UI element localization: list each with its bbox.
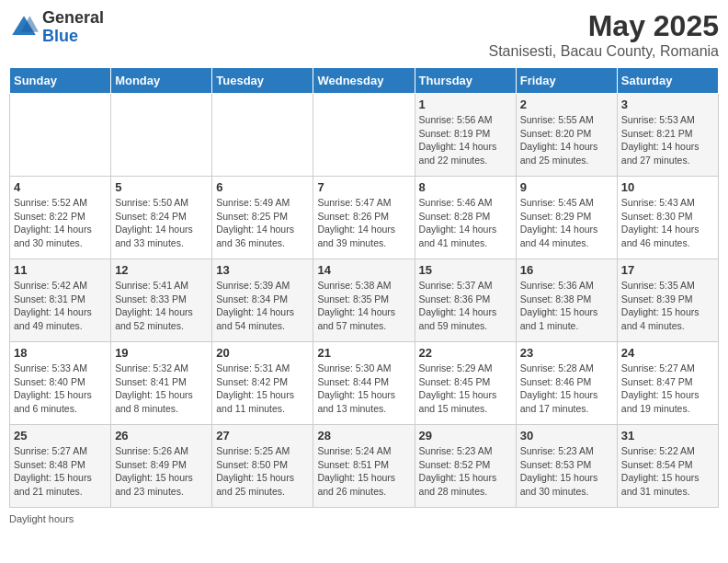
day-number: 16 bbox=[520, 263, 613, 277]
day-number: 20 bbox=[216, 346, 309, 360]
day-info: Sunrise: 5:42 AMSunset: 8:31 PMDaylight:… bbox=[14, 279, 107, 333]
day-number: 10 bbox=[621, 180, 714, 194]
day-number: 19 bbox=[115, 346, 208, 360]
calendar-cell: 12Sunrise: 5:41 AMSunset: 8:33 PMDayligh… bbox=[111, 259, 212, 342]
calendar-cell: 23Sunrise: 5:28 AMSunset: 8:46 PMDayligh… bbox=[516, 342, 617, 425]
day-info: Sunrise: 5:25 AMSunset: 8:50 PMDaylight:… bbox=[216, 444, 309, 499]
day-info: Sunrise: 5:38 AMSunset: 8:35 PMDaylight:… bbox=[317, 279, 410, 333]
day-number: 27 bbox=[216, 429, 309, 442]
day-info: Sunrise: 5:49 AMSunset: 8:25 PMDaylight:… bbox=[216, 196, 309, 250]
calendar-cell: 2Sunrise: 5:55 AMSunset: 8:20 PMDaylight… bbox=[516, 94, 617, 177]
footer-note: Daylight hours bbox=[9, 513, 719, 524]
day-number: 12 bbox=[115, 263, 208, 277]
day-info: Sunrise: 5:43 AMSunset: 8:30 PMDaylight:… bbox=[621, 196, 714, 250]
day-number: 15 bbox=[419, 263, 512, 277]
calendar-title: May 2025 bbox=[489, 9, 720, 43]
calendar-cell: 28Sunrise: 5:24 AMSunset: 8:51 PMDayligh… bbox=[313, 425, 415, 508]
calendar-cell: 29Sunrise: 5:23 AMSunset: 8:52 PMDayligh… bbox=[415, 425, 516, 508]
day-number: 9 bbox=[520, 180, 613, 194]
calendar-cell: 1Sunrise: 5:56 AMSunset: 8:19 PMDaylight… bbox=[415, 94, 516, 177]
calendar-cell bbox=[10, 94, 111, 177]
day-info: Sunrise: 5:41 AMSunset: 8:33 PMDaylight:… bbox=[115, 279, 208, 333]
day-number: 6 bbox=[216, 180, 309, 194]
day-number: 25 bbox=[14, 429, 107, 442]
daylight-note: Daylight hours bbox=[9, 513, 74, 524]
day-info: Sunrise: 5:37 AMSunset: 8:36 PMDaylight:… bbox=[419, 279, 512, 333]
day-info: Sunrise: 5:56 AMSunset: 8:19 PMDaylight:… bbox=[419, 113, 512, 167]
day-number: 31 bbox=[621, 429, 714, 442]
calendar-cell: 31Sunrise: 5:22 AMSunset: 8:54 PMDayligh… bbox=[617, 425, 718, 508]
day-number: 4 bbox=[14, 180, 107, 194]
day-number: 28 bbox=[317, 429, 410, 442]
day-number: 24 bbox=[621, 346, 714, 360]
logo-general-text: General bbox=[42, 9, 104, 28]
logo: General Blue bbox=[9, 9, 104, 46]
calendar-subtitle: Stanisesti, Bacau County, Romania bbox=[489, 43, 720, 60]
calendar-cell: 10Sunrise: 5:43 AMSunset: 8:30 PMDayligh… bbox=[617, 177, 718, 259]
day-number: 11 bbox=[14, 263, 107, 277]
day-info: Sunrise: 5:36 AMSunset: 8:38 PMDaylight:… bbox=[520, 279, 613, 333]
day-number: 29 bbox=[419, 429, 512, 442]
calendar-cell: 16Sunrise: 5:36 AMSunset: 8:38 PMDayligh… bbox=[516, 259, 617, 342]
title-area: May 2025 Stanisesti, Bacau County, Roman… bbox=[489, 9, 720, 60]
calendar-cell bbox=[111, 94, 212, 177]
calendar-cell: 17Sunrise: 5:35 AMSunset: 8:39 PMDayligh… bbox=[617, 259, 718, 342]
calendar-cell: 21Sunrise: 5:30 AMSunset: 8:44 PMDayligh… bbox=[313, 342, 415, 425]
calendar-cell: 25Sunrise: 5:27 AMSunset: 8:48 PMDayligh… bbox=[10, 425, 111, 508]
day-info: Sunrise: 5:27 AMSunset: 8:47 PMDaylight:… bbox=[621, 362, 714, 416]
day-header-friday: Friday bbox=[516, 68, 617, 94]
day-info: Sunrise: 5:45 AMSunset: 8:29 PMDaylight:… bbox=[520, 196, 613, 250]
day-number: 14 bbox=[317, 263, 410, 277]
calendar-cell: 9Sunrise: 5:45 AMSunset: 8:29 PMDaylight… bbox=[516, 177, 617, 259]
calendar-cell: 6Sunrise: 5:49 AMSunset: 8:25 PMDaylight… bbox=[212, 177, 313, 259]
day-info: Sunrise: 5:22 AMSunset: 8:54 PMDaylight:… bbox=[621, 444, 714, 499]
day-info: Sunrise: 5:53 AMSunset: 8:21 PMDaylight:… bbox=[621, 113, 714, 167]
calendar-cell: 24Sunrise: 5:27 AMSunset: 8:47 PMDayligh… bbox=[617, 342, 718, 425]
day-number: 7 bbox=[317, 180, 410, 194]
calendar-cell: 4Sunrise: 5:52 AMSunset: 8:22 PMDaylight… bbox=[10, 177, 111, 259]
calendar-cell: 15Sunrise: 5:37 AMSunset: 8:36 PMDayligh… bbox=[415, 259, 516, 342]
logo-blue-text: Blue bbox=[42, 28, 104, 46]
calendar-body: 1Sunrise: 5:56 AMSunset: 8:19 PMDaylight… bbox=[10, 94, 719, 508]
calendar-cell: 13Sunrise: 5:39 AMSunset: 8:34 PMDayligh… bbox=[212, 259, 313, 342]
day-number: 1 bbox=[419, 98, 512, 111]
day-info: Sunrise: 5:31 AMSunset: 8:42 PMDaylight:… bbox=[216, 362, 309, 416]
day-info: Sunrise: 5:33 AMSunset: 8:40 PMDaylight:… bbox=[14, 362, 107, 416]
day-number: 23 bbox=[520, 346, 613, 360]
day-info: Sunrise: 5:27 AMSunset: 8:48 PMDaylight:… bbox=[14, 444, 107, 499]
calendar-cell: 5Sunrise: 5:50 AMSunset: 8:24 PMDaylight… bbox=[111, 177, 212, 259]
day-info: Sunrise: 5:47 AMSunset: 8:26 PMDaylight:… bbox=[317, 196, 410, 250]
day-number: 2 bbox=[520, 98, 613, 111]
day-number: 13 bbox=[216, 263, 309, 277]
calendar-cell: 27Sunrise: 5:25 AMSunset: 8:50 PMDayligh… bbox=[212, 425, 313, 508]
day-info: Sunrise: 5:55 AMSunset: 8:20 PMDaylight:… bbox=[520, 113, 613, 167]
day-header-saturday: Saturday bbox=[617, 68, 718, 94]
day-header-tuesday: Tuesday bbox=[212, 68, 313, 94]
calendar-cell: 26Sunrise: 5:26 AMSunset: 8:49 PMDayligh… bbox=[111, 425, 212, 508]
logo-text: General Blue bbox=[42, 9, 104, 46]
day-info: Sunrise: 5:28 AMSunset: 8:46 PMDaylight:… bbox=[520, 362, 613, 416]
calendar-week-1: 1Sunrise: 5:56 AMSunset: 8:19 PMDaylight… bbox=[10, 94, 719, 177]
calendar-week-2: 4Sunrise: 5:52 AMSunset: 8:22 PMDaylight… bbox=[10, 177, 719, 259]
day-number: 5 bbox=[115, 180, 208, 194]
calendar-header: SundayMondayTuesdayWednesdayThursdayFrid… bbox=[10, 68, 719, 94]
day-info: Sunrise: 5:23 AMSunset: 8:52 PMDaylight:… bbox=[419, 444, 512, 499]
day-info: Sunrise: 5:29 AMSunset: 8:45 PMDaylight:… bbox=[419, 362, 512, 416]
calendar-cell: 3Sunrise: 5:53 AMSunset: 8:21 PMDaylight… bbox=[617, 94, 718, 177]
calendar-cell: 22Sunrise: 5:29 AMSunset: 8:45 PMDayligh… bbox=[415, 342, 516, 425]
calendar-cell: 18Sunrise: 5:33 AMSunset: 8:40 PMDayligh… bbox=[10, 342, 111, 425]
day-number: 18 bbox=[14, 346, 107, 360]
day-header-monday: Monday bbox=[111, 68, 212, 94]
day-info: Sunrise: 5:30 AMSunset: 8:44 PMDaylight:… bbox=[317, 362, 410, 416]
day-header-row: SundayMondayTuesdayWednesdayThursdayFrid… bbox=[10, 68, 719, 94]
day-info: Sunrise: 5:39 AMSunset: 8:34 PMDaylight:… bbox=[216, 279, 309, 333]
day-number: 26 bbox=[115, 429, 208, 442]
day-info: Sunrise: 5:23 AMSunset: 8:53 PMDaylight:… bbox=[520, 444, 613, 499]
day-info: Sunrise: 5:24 AMSunset: 8:51 PMDaylight:… bbox=[317, 444, 410, 499]
day-header-thursday: Thursday bbox=[415, 68, 516, 94]
calendar-cell bbox=[212, 94, 313, 177]
calendar-cell: 7Sunrise: 5:47 AMSunset: 8:26 PMDaylight… bbox=[313, 177, 415, 259]
page-header: General Blue May 2025 Stanisesti, Bacau … bbox=[9, 9, 719, 60]
calendar-cell: 20Sunrise: 5:31 AMSunset: 8:42 PMDayligh… bbox=[212, 342, 313, 425]
day-info: Sunrise: 5:32 AMSunset: 8:41 PMDaylight:… bbox=[115, 362, 208, 416]
